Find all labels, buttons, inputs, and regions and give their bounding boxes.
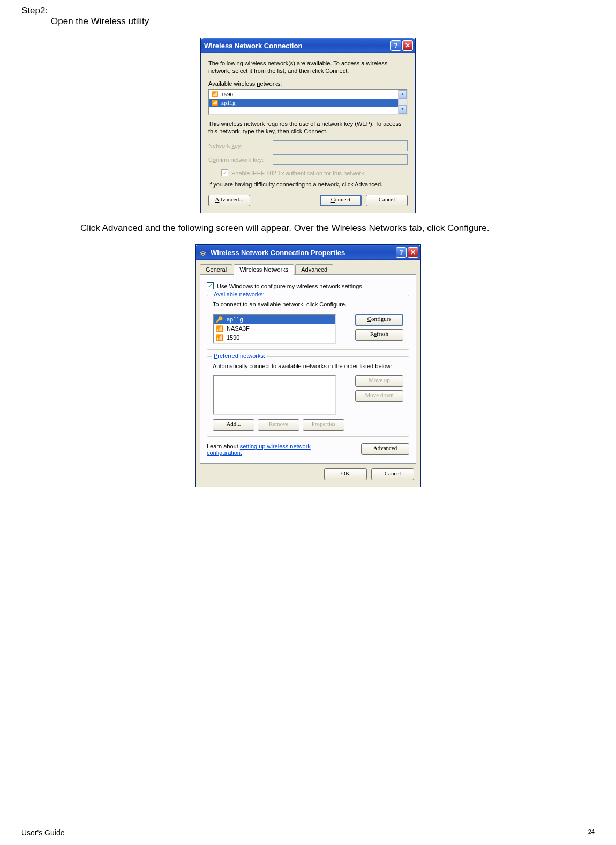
close-button[interactable]: ✕ bbox=[402, 40, 413, 51]
titlebar: Wireless Network Connection ? ✕ bbox=[201, 38, 415, 53]
wireless-icon bbox=[199, 248, 207, 257]
network-item[interactable]: 🔑 ap11g bbox=[214, 315, 335, 324]
connect-button[interactable]: Connect bbox=[320, 195, 362, 206]
advanced-button[interactable]: Advanced... bbox=[208, 195, 250, 206]
enable-8021x-label: Enable IEEE 802.1x authentication for th… bbox=[231, 170, 364, 176]
refresh-button[interactable]: Refresh bbox=[355, 329, 403, 341]
scrollbar[interactable]: ▲ ▼ bbox=[398, 90, 407, 114]
cancel-button[interactable]: Cancel bbox=[366, 195, 408, 206]
enable-8021x-checkbox[interactable]: ✓ bbox=[221, 169, 228, 176]
body-paragraph: Click Advanced and the following screen … bbox=[51, 223, 573, 234]
tabs: General Wireless Networks Advanced bbox=[200, 264, 416, 274]
svg-point-0 bbox=[202, 255, 204, 256]
network-icon: 📶 bbox=[216, 325, 223, 332]
scroll-up-button[interactable]: ▲ bbox=[399, 90, 407, 99]
cancel-button[interactable]: Cancel bbox=[371, 468, 414, 480]
network-icon: 📶 bbox=[216, 334, 223, 341]
scroll-down-button[interactable]: ▼ bbox=[399, 105, 407, 114]
network-name: ap11g bbox=[227, 316, 243, 323]
tab-advanced[interactable]: Advanced bbox=[295, 264, 333, 274]
move-up-button[interactable]: Move up bbox=[355, 375, 403, 387]
available-legend: Available networks: bbox=[212, 291, 267, 297]
help-button[interactable]: ? bbox=[396, 247, 407, 258]
networks-listbox[interactable]: 📶 1590 📶 ap11g ▲ ▼ bbox=[208, 89, 408, 115]
preferred-legend: Preferred networks: bbox=[212, 353, 267, 359]
ok-button[interactable]: OK bbox=[324, 468, 367, 480]
use-windows-label: Use Windows to configure my wireless net… bbox=[217, 283, 362, 289]
intro-text: The following wireless network(s) are av… bbox=[208, 59, 408, 75]
configure-button[interactable]: Configure bbox=[355, 314, 403, 326]
network-icon: 📶 bbox=[212, 100, 218, 106]
move-down-button[interactable]: Move down bbox=[355, 390, 403, 402]
titlebar: Wireless Network Connection Properties ?… bbox=[196, 245, 420, 260]
page-footer: User's Guide 24 bbox=[21, 826, 595, 837]
preferred-text: Automatically connect to available netwo… bbox=[213, 362, 403, 370]
confirm-key-label: Confirm network key: bbox=[208, 156, 273, 163]
network-name: 1590 bbox=[221, 91, 233, 98]
window-title: Wireless Network Connection bbox=[204, 42, 302, 50]
add-button[interactable]: Add... bbox=[213, 419, 254, 431]
step-label: Step2: bbox=[21, 5, 595, 16]
help-button[interactable]: ? bbox=[390, 40, 401, 51]
available-listbox[interactable]: 🔑 ap11g 📶 NASA3F 📶 1590 bbox=[213, 314, 336, 344]
properties-button[interactable]: Properties bbox=[303, 419, 344, 431]
available-networks-group: Available networks: To connect to an ava… bbox=[207, 295, 409, 349]
network-key-label: Network key: bbox=[208, 143, 273, 149]
confirm-key-input[interactable] bbox=[273, 154, 408, 165]
network-name: ap11g bbox=[221, 100, 235, 106]
available-text: To connect to an available network, clic… bbox=[213, 301, 403, 308]
available-label: Available wireless networks: bbox=[208, 80, 408, 87]
footer-label: User's Guide bbox=[21, 828, 64, 837]
network-item[interactable]: 📶 ap11g bbox=[209, 99, 398, 107]
use-windows-checkbox[interactable]: ✓ bbox=[207, 282, 214, 289]
preferred-listbox[interactable] bbox=[213, 375, 336, 415]
wireless-properties-dialog: Wireless Network Connection Properties ?… bbox=[195, 244, 421, 487]
close-button[interactable]: ✕ bbox=[408, 247, 418, 258]
tab-general[interactable]: General bbox=[200, 264, 232, 274]
wireless-connection-dialog: Wireless Network Connection ? ✕ The foll… bbox=[200, 38, 416, 213]
tab-wireless-networks[interactable]: Wireless Networks bbox=[234, 264, 294, 275]
network-name: NASA3F bbox=[227, 325, 250, 332]
tab-panel: ✓ Use Windows to configure my wireless n… bbox=[200, 274, 416, 464]
network-item[interactable]: 📶 1590 bbox=[214, 333, 335, 342]
learn-text: Learn about setting up wireless network … bbox=[207, 443, 330, 456]
secure-network-icon: 🔑 bbox=[216, 316, 223, 323]
preferred-networks-group: Preferred networks: Automatically connec… bbox=[207, 356, 409, 437]
remove-button[interactable]: Remove bbox=[258, 419, 299, 431]
page-number: 24 bbox=[588, 828, 595, 837]
advanced-button[interactable]: Advanced bbox=[361, 443, 409, 455]
network-key-input[interactable] bbox=[273, 140, 408, 151]
wep-text: This wireless network requires the use o… bbox=[208, 120, 408, 136]
network-icon: 📶 bbox=[212, 91, 218, 98]
network-item[interactable]: 📶 NASA3F bbox=[214, 324, 335, 333]
difficulty-text: If you are having difficulty connecting … bbox=[208, 181, 408, 188]
window-title: Wireless Network Connection Properties bbox=[211, 249, 345, 257]
network-item[interactable]: 📶 1590 bbox=[209, 90, 398, 99]
network-name: 1590 bbox=[227, 334, 239, 341]
step-text: Open the Wireless utility bbox=[21, 16, 595, 27]
